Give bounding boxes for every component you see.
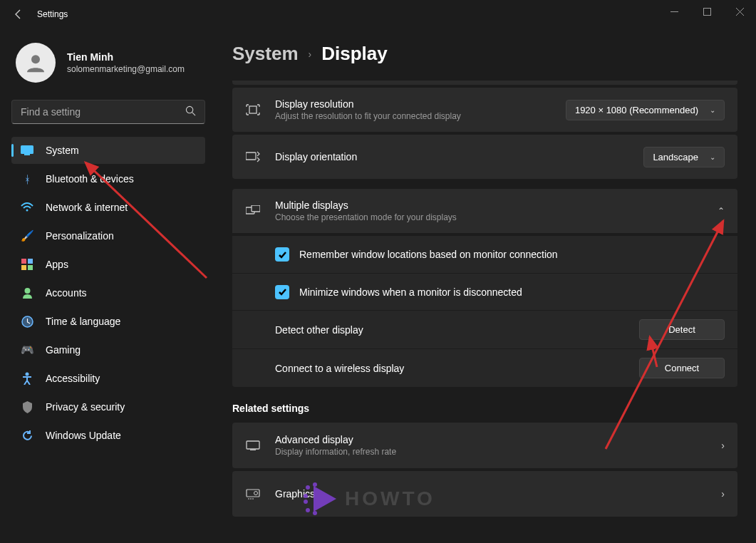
orientation-value: Landscape (653, 152, 698, 162)
resolution-value: 1920 × 1080 (Recommended) (575, 105, 698, 115)
sidebar-item-label: Bluetooth & devices (46, 173, 134, 185)
sidebar-item-time[interactable]: Time & language (11, 308, 205, 335)
minimize-button[interactable] (658, 0, 690, 23)
detect-label: Detect other display (275, 324, 639, 336)
advanced-sub: Display information, refresh rate (275, 447, 721, 457)
search-box[interactable] (11, 100, 205, 124)
chevron-down-icon: ⌄ (710, 106, 715, 114)
svg-point-22 (254, 492, 258, 495)
minimize-disconnected-row[interactable]: Minimize windows when a monitor is disco… (232, 273, 737, 310)
remember-locations-label: Remember window locations based on monit… (299, 249, 558, 260)
resolution-select[interactable]: 1920 × 1080 (Recommended) ⌄ (566, 100, 725, 120)
svg-rect-9 (28, 259, 33, 264)
resolution-title: Display resolution (275, 98, 566, 110)
sidebar-item-update[interactable]: Windows Update (11, 422, 205, 449)
chevron-down-icon: ⌄ (710, 153, 715, 161)
orientation-select[interactable]: Landscape ⌄ (643, 147, 725, 167)
sidebar-item-privacy[interactable]: Privacy & security (11, 393, 205, 420)
maximize-button[interactable] (690, 0, 723, 23)
chevron-up-icon: ⌃ (718, 206, 725, 216)
sidebar-item-label: Gaming (46, 344, 81, 356)
sidebar-item-label: Time & language (46, 316, 120, 327)
sidebar-item-bluetooth[interactable]: ᚼ Bluetooth & devices (11, 165, 205, 192)
graphics-icon (245, 488, 261, 500)
breadcrumb: System › Display (232, 43, 737, 65)
advanced-display-icon (245, 440, 261, 450)
svg-point-3 (186, 106, 192, 113)
sidebar-item-label: Accessibility (46, 373, 100, 384)
connect-button[interactable]: Connect (639, 358, 725, 378)
sidebar-item-label: Network & internet (46, 202, 128, 213)
sidebar-item-system[interactable]: System (11, 137, 205, 164)
resolution-icon (245, 104, 261, 115)
svg-line-4 (192, 112, 195, 115)
svg-rect-11 (28, 265, 33, 270)
person-icon (20, 286, 34, 300)
multiple-displays-card[interactable]: Multiple displays Choose the presentatio… (232, 189, 737, 233)
close-button[interactable] (723, 0, 756, 23)
search-input[interactable] (21, 106, 185, 118)
shield-icon (20, 400, 34, 414)
svg-point-14 (26, 373, 29, 376)
chevron-right-icon: › (309, 48, 312, 60)
remember-locations-checkbox[interactable] (275, 247, 289, 262)
breadcrumb-parent[interactable]: System (232, 43, 299, 65)
profile-block[interactable]: Tien Minh solomenmarketing@gmail.com (11, 43, 205, 83)
graphics-title: Graphics (275, 488, 721, 500)
brush-icon: 🖌️ (20, 229, 34, 243)
update-icon (20, 428, 34, 443)
sidebar-item-accessibility[interactable]: Accessibility (11, 365, 205, 392)
svg-rect-5 (21, 145, 33, 154)
sidebar-item-personalization[interactable]: 🖌️ Personalization (11, 222, 205, 249)
sidebar-item-label: Apps (46, 259, 68, 270)
display-resolution-card[interactable]: Display resolution Adjust the resolution… (232, 88, 737, 132)
sidebar-item-label: Personalization (46, 230, 114, 242)
orientation-icon (245, 151, 261, 162)
sidebar-item-label: System (46, 145, 79, 156)
sidebar: Tien Minh solomenmarketing@gmail.com Sys… (0, 29, 214, 543)
chevron-right-icon: › (721, 440, 725, 451)
svg-rect-8 (21, 259, 26, 264)
profile-email: solomenmarketing@gmail.com (67, 64, 185, 74)
connect-row: Connect to a wireless display Connect (232, 348, 737, 387)
sidebar-item-gaming[interactable]: 🎮 Gaming (11, 336, 205, 363)
back-button[interactable] (9, 9, 29, 20)
search-icon (185, 105, 196, 119)
gamepad-icon: 🎮 (20, 343, 34, 357)
bluetooth-icon: ᚼ (20, 172, 34, 186)
minimize-disconnected-checkbox[interactable] (275, 285, 289, 299)
related-heading: Related settings (232, 403, 737, 414)
remember-locations-row[interactable]: Remember window locations based on monit… (232, 236, 737, 273)
system-icon (20, 143, 34, 157)
wifi-icon (20, 200, 34, 214)
sidebar-item-apps[interactable]: Apps (11, 251, 205, 278)
sidebar-item-label: Accounts (46, 287, 87, 299)
display-orientation-card[interactable]: Display orientation Landscape ⌄ (232, 135, 737, 179)
connect-label: Connect to a wireless display (275, 363, 639, 374)
clock-icon (20, 314, 34, 329)
svg-point-12 (24, 288, 30, 294)
svg-rect-15 (249, 106, 257, 113)
multiple-displays-expanded: Remember window locations based on monit… (232, 236, 737, 387)
app-title: Settings (37, 9, 68, 19)
graphics-card[interactable]: Graphics › (232, 471, 737, 517)
breadcrumb-current: Display (321, 43, 388, 65)
svg-rect-1 (703, 8, 710, 15)
svg-rect-18 (252, 205, 260, 212)
sidebar-item-label: Privacy & security (46, 401, 125, 413)
chevron-right-icon: › (721, 488, 725, 500)
sidebar-item-label: Windows Update (46, 430, 121, 441)
advanced-display-card[interactable]: Advanced display Display information, re… (232, 423, 737, 468)
svg-rect-6 (24, 154, 30, 155)
orientation-title: Display orientation (275, 151, 643, 162)
avatar (16, 43, 56, 83)
svg-point-2 (31, 55, 40, 63)
detect-button[interactable]: Detect (639, 319, 725, 340)
svg-rect-19 (247, 441, 259, 449)
sidebar-item-accounts[interactable]: Accounts (11, 279, 205, 306)
minimize-disconnected-label: Minimize windows when a monitor is disco… (299, 286, 522, 298)
multiple-displays-icon (245, 205, 261, 217)
resolution-sub: Adjust the resolution to fit your connec… (275, 111, 566, 121)
sidebar-item-network[interactable]: Network & internet (11, 194, 205, 221)
content-area: System › Display Display resolution Adju… (214, 29, 756, 543)
